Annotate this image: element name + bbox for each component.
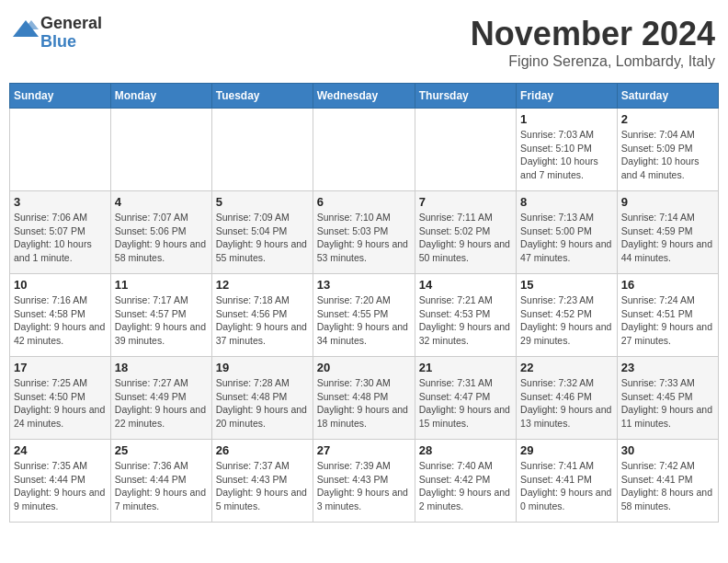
day-info: Sunrise: 7:18 AM Sunset: 4:56 PM Dayligh… <box>216 293 309 348</box>
day-number: 6 <box>317 195 411 209</box>
day-info: Sunrise: 7:10 AM Sunset: 5:03 PM Dayligh… <box>317 211 411 265</box>
day-number: 13 <box>317 278 411 292</box>
calendar-cell: 27Sunrise: 7:39 AM Sunset: 4:43 PM Dayli… <box>313 440 415 523</box>
day-number: 17 <box>14 361 107 374</box>
day-number: 18 <box>115 361 208 374</box>
day-of-week-header: Wednesday <box>313 84 415 109</box>
calendar-cell: 15Sunrise: 7:23 AM Sunset: 4:52 PM Dayli… <box>517 274 618 357</box>
day-info: Sunrise: 7:07 AM Sunset: 5:06 PM Dayligh… <box>115 211 208 265</box>
day-info: Sunrise: 7:42 AM Sunset: 4:41 PM Dayligh… <box>621 459 714 513</box>
day-info: Sunrise: 7:20 AM Sunset: 4:55 PM Dayligh… <box>317 293 411 348</box>
day-info: Sunrise: 7:28 AM Sunset: 4:48 PM Dayligh… <box>216 376 309 431</box>
day-number: 14 <box>419 278 512 292</box>
calendar-cell <box>10 109 111 191</box>
calendar-cell: 13Sunrise: 7:20 AM Sunset: 4:55 PM Dayli… <box>313 274 415 357</box>
day-info: Sunrise: 7:03 AM Sunset: 5:10 PM Dayligh… <box>520 128 613 182</box>
day-number: 30 <box>621 443 714 457</box>
day-of-week-header: Tuesday <box>211 84 313 109</box>
day-number: 1 <box>520 112 613 126</box>
day-of-week-header: Saturday <box>617 84 718 109</box>
calendar-cell <box>313 109 415 191</box>
day-info: Sunrise: 7:14 AM Sunset: 4:59 PM Dayligh… <box>621 211 714 265</box>
calendar-cell: 2Sunrise: 7:04 AM Sunset: 5:09 PM Daylig… <box>617 109 718 191</box>
day-info: Sunrise: 7:25 AM Sunset: 4:50 PM Dayligh… <box>14 376 107 431</box>
day-number: 28 <box>419 443 512 457</box>
calendar-cell: 21Sunrise: 7:31 AM Sunset: 4:47 PM Dayli… <box>415 357 516 440</box>
calendar-cell <box>211 109 313 191</box>
day-number: 15 <box>520 278 613 292</box>
calendar-cell: 12Sunrise: 7:18 AM Sunset: 4:56 PM Dayli… <box>211 274 313 357</box>
day-number: 23 <box>621 361 714 374</box>
day-info: Sunrise: 7:39 AM Sunset: 4:43 PM Dayligh… <box>317 459 411 513</box>
logo: General Blue <box>13 15 102 52</box>
day-number: 3 <box>14 195 107 209</box>
day-number: 19 <box>216 361 309 374</box>
day-of-week-header: Sunday <box>10 84 111 109</box>
day-info: Sunrise: 7:35 AM Sunset: 4:44 PM Dayligh… <box>14 459 107 513</box>
calendar-cell: 29Sunrise: 7:41 AM Sunset: 4:41 PM Dayli… <box>517 440 618 523</box>
day-number: 22 <box>520 361 613 374</box>
day-number: 26 <box>216 443 309 457</box>
day-info: Sunrise: 7:31 AM Sunset: 4:47 PM Dayligh… <box>419 376 512 431</box>
day-number: 11 <box>115 278 208 292</box>
calendar-cell: 1Sunrise: 7:03 AM Sunset: 5:10 PM Daylig… <box>517 109 618 191</box>
day-info: Sunrise: 7:16 AM Sunset: 4:58 PM Dayligh… <box>14 293 107 348</box>
day-number: 8 <box>520 195 613 209</box>
day-number: 20 <box>317 361 411 374</box>
day-info: Sunrise: 7:41 AM Sunset: 4:41 PM Dayligh… <box>520 459 613 513</box>
day-info: Sunrise: 7:13 AM Sunset: 5:00 PM Dayligh… <box>520 211 613 265</box>
location-title: Figino Serenza, Lombardy, Italy <box>471 53 715 70</box>
month-title: November 2024 <box>471 15 715 53</box>
calendar-cell: 3Sunrise: 7:06 AM Sunset: 5:07 PM Daylig… <box>10 191 111 274</box>
calendar-cell: 16Sunrise: 7:24 AM Sunset: 4:51 PM Dayli… <box>617 274 718 357</box>
page-header: General Blue November 2024 Figino Serenz… <box>9 9 719 75</box>
day-info: Sunrise: 7:11 AM Sunset: 5:02 PM Dayligh… <box>419 211 512 265</box>
day-info: Sunrise: 7:21 AM Sunset: 4:53 PM Dayligh… <box>419 293 512 348</box>
day-number: 4 <box>115 195 208 209</box>
day-info: Sunrise: 7:27 AM Sunset: 4:49 PM Dayligh… <box>115 376 208 431</box>
calendar-cell: 18Sunrise: 7:27 AM Sunset: 4:49 PM Dayli… <box>110 357 211 440</box>
calendar-cell: 20Sunrise: 7:30 AM Sunset: 4:48 PM Dayli… <box>313 357 415 440</box>
calendar-cell: 22Sunrise: 7:32 AM Sunset: 4:46 PM Dayli… <box>517 357 618 440</box>
day-info: Sunrise: 7:37 AM Sunset: 4:43 PM Dayligh… <box>216 459 309 513</box>
logo-blue-text: Blue <box>40 33 102 52</box>
day-info: Sunrise: 7:09 AM Sunset: 5:04 PM Dayligh… <box>216 211 309 265</box>
day-number: 27 <box>317 443 411 457</box>
day-number: 7 <box>419 195 512 209</box>
day-info: Sunrise: 7:40 AM Sunset: 4:42 PM Dayligh… <box>419 459 512 513</box>
calendar-cell: 8Sunrise: 7:13 AM Sunset: 5:00 PM Daylig… <box>517 191 618 274</box>
day-number: 9 <box>621 195 714 209</box>
day-number: 24 <box>14 443 107 457</box>
day-info: Sunrise: 7:33 AM Sunset: 4:45 PM Dayligh… <box>621 376 714 431</box>
logo-icon <box>13 17 39 42</box>
day-of-week-header: Monday <box>110 84 211 109</box>
day-number: 29 <box>520 443 613 457</box>
day-info: Sunrise: 7:06 AM Sunset: 5:07 PM Dayligh… <box>14 211 107 265</box>
day-number: 21 <box>419 361 512 374</box>
calendar-cell: 25Sunrise: 7:36 AM Sunset: 4:44 PM Dayli… <box>110 440 211 523</box>
calendar-cell <box>110 109 211 191</box>
calendar-cell: 26Sunrise: 7:37 AM Sunset: 4:43 PM Dayli… <box>211 440 313 523</box>
title-area: November 2024 Figino Serenza, Lombardy, … <box>471 15 715 70</box>
calendar-table: SundayMondayTuesdayWednesdayThursdayFrid… <box>9 83 719 523</box>
day-info: Sunrise: 7:24 AM Sunset: 4:51 PM Dayligh… <box>621 293 714 348</box>
calendar-cell: 10Sunrise: 7:16 AM Sunset: 4:58 PM Dayli… <box>10 274 111 357</box>
day-info: Sunrise: 7:32 AM Sunset: 4:46 PM Dayligh… <box>520 376 613 431</box>
calendar-cell <box>415 109 516 191</box>
calendar-cell: 23Sunrise: 7:33 AM Sunset: 4:45 PM Dayli… <box>617 357 718 440</box>
calendar-cell: 6Sunrise: 7:10 AM Sunset: 5:03 PM Daylig… <box>313 191 415 274</box>
day-info: Sunrise: 7:17 AM Sunset: 4:57 PM Dayligh… <box>115 293 208 348</box>
calendar-cell: 7Sunrise: 7:11 AM Sunset: 5:02 PM Daylig… <box>415 191 516 274</box>
calendar-cell: 28Sunrise: 7:40 AM Sunset: 4:42 PM Dayli… <box>415 440 516 523</box>
day-number: 5 <box>216 195 309 209</box>
calendar-cell: 11Sunrise: 7:17 AM Sunset: 4:57 PM Dayli… <box>110 274 211 357</box>
calendar-cell: 14Sunrise: 7:21 AM Sunset: 4:53 PM Dayli… <box>415 274 516 357</box>
logo-general-text: General <box>40 15 102 33</box>
day-number: 2 <box>621 112 714 126</box>
calendar-cell: 30Sunrise: 7:42 AM Sunset: 4:41 PM Dayli… <box>617 440 718 523</box>
day-number: 12 <box>216 278 309 292</box>
day-info: Sunrise: 7:36 AM Sunset: 4:44 PM Dayligh… <box>115 459 208 513</box>
day-of-week-header: Friday <box>517 84 618 109</box>
calendar-cell: 17Sunrise: 7:25 AM Sunset: 4:50 PM Dayli… <box>10 357 111 440</box>
day-info: Sunrise: 7:30 AM Sunset: 4:48 PM Dayligh… <box>317 376 411 431</box>
